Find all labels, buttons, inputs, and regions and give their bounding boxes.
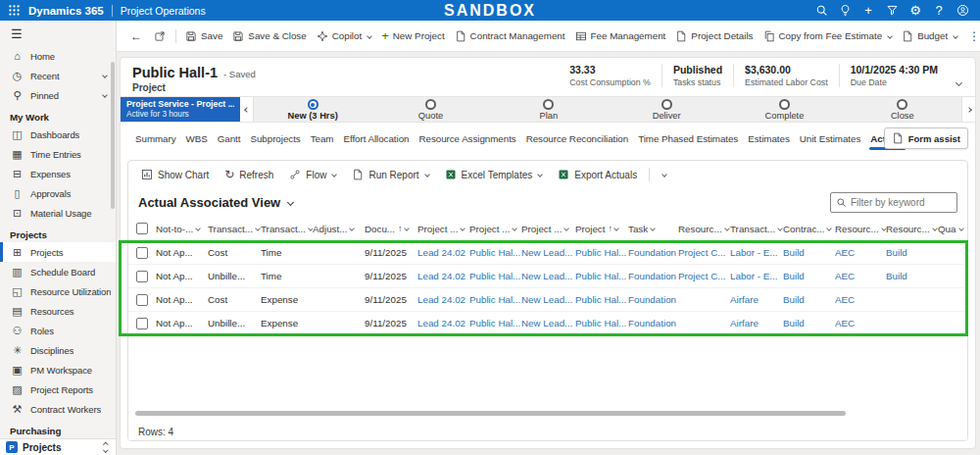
sidebar-item-pm-workspace[interactable]: ▣ PM Workspace (0, 360, 116, 379)
tab-estimates[interactable]: Estimates (743, 128, 795, 151)
table-row[interactable]: Not Ap...CostTime9/11/2025Lead 24.02Publ… (128, 241, 967, 265)
cell-link[interactable]: AEC (835, 294, 886, 305)
hamburger-button[interactable]: ☰ (0, 21, 116, 46)
column-resourc[interactable]: Resourc... ↑ (886, 224, 938, 234)
cell-link[interactable]: Public Hal... (575, 247, 628, 258)
show-chart-button[interactable]: Show Chart (133, 164, 217, 185)
sidebar-item-project-reports[interactable]: ▨ Project Reports (0, 379, 116, 399)
cell-link[interactable]: AEC (835, 271, 886, 281)
cell-link[interactable]: Public Hal... (575, 271, 628, 281)
column-docu[interactable]: Docu... ↑ (365, 224, 417, 234)
toolbar-overflow-button[interactable] (654, 164, 674, 185)
cell-link[interactable]: Labor - E... (730, 247, 783, 258)
tab-wbs[interactable]: WBS (181, 128, 213, 151)
tab-resource-reconciliation[interactable]: Resource Reconciliation (521, 128, 634, 151)
dynamics-brand[interactable]: Dynamics 365 (28, 5, 104, 17)
column-project[interactable]: Project ... ↑ (469, 224, 521, 234)
budget-button[interactable]: Budget (897, 25, 962, 48)
row-checkbox-cell[interactable] (128, 294, 156, 306)
sidebar-item-contract-workers[interactable]: ⚒ Contract Workers (0, 399, 116, 419)
cell-link[interactable]: Public Hal... (469, 294, 521, 305)
run-report-button[interactable]: Run Report (344, 164, 436, 185)
cell-link[interactable]: Public Hal... (575, 318, 628, 329)
tab-time-phased-estimates[interactable]: Time Phased Estimates (633, 128, 743, 151)
more-commands-button[interactable]: ⋮ (962, 25, 980, 47)
cell-link[interactable]: Public Hal... (469, 271, 521, 281)
form-assist-button[interactable]: Form assist (884, 127, 968, 149)
sidebar-item-time-entries[interactable]: ▦ Time Entries (0, 144, 116, 164)
lightbulb-icon[interactable] (833, 0, 857, 21)
flow-button[interactable]: Flow (281, 164, 344, 185)
bpf-stage-deliver[interactable]: Deliver (608, 97, 725, 122)
sidebar-item-schedule-board[interactable]: ▥ Schedule Board (0, 262, 116, 281)
sidebar-item-material-usage[interactable]: ⊡ Material Usage (0, 203, 116, 223)
cell-link[interactable]: New Lead... (521, 318, 575, 329)
column-task[interactable]: Task ↑ (628, 224, 678, 234)
cell-link[interactable]: Build (886, 271, 938, 281)
bpf-stage-new-3-hrs[interactable]: New (3 Hrs) (254, 97, 371, 122)
row-checkbox[interactable] (136, 318, 148, 329)
cell-link[interactable]: Labor - E... (730, 271, 783, 281)
refresh-button[interactable]: ↻ Refresh (217, 164, 281, 185)
cell-link[interactable]: New Lead... (521, 271, 575, 281)
sidebar-item-disciplines[interactable]: ✳ Disciplines (0, 340, 116, 360)
tab-unit-estimates[interactable]: Unit Estimates (795, 128, 865, 151)
cell-link[interactable]: Lead 24.02 (417, 294, 469, 305)
copilot-button[interactable]: Copilot (312, 25, 377, 48)
area-switcher[interactable]: P Projects (0, 438, 116, 455)
cell-link[interactable]: Lead 24.02 (417, 318, 469, 329)
save-button[interactable]: Save (180, 25, 227, 48)
search-icon[interactable] (809, 0, 833, 21)
cell-link[interactable]: Build (886, 247, 938, 258)
column-project[interactable]: Project ... ↑ (521, 224, 575, 234)
filter-icon[interactable] (880, 0, 904, 21)
column-project[interactable]: Project ... ↑ (417, 224, 469, 234)
row-checkbox[interactable] (136, 271, 148, 282)
sidebar-item-resource-utilization[interactable]: ◱ Resource Utilization (0, 281, 116, 301)
column-transact[interactable]: Transact... ↑ (208, 224, 261, 234)
app-launcher-button[interactable] (6, 4, 26, 17)
back-button[interactable]: ← (124, 25, 148, 47)
cell-link[interactable]: Public Hal... (469, 318, 521, 329)
quick-create-icon[interactable]: + (857, 0, 880, 21)
tab-resource-assignments[interactable]: Resource Assignments (414, 128, 520, 151)
sidebar-item-projects[interactable]: ⊞ Projects (0, 242, 116, 262)
export-actuals-button[interactable]: Export Actuals (550, 164, 645, 185)
tab-subprojects[interactable]: Subprojects (245, 128, 305, 151)
sidebar-item-home[interactable]: ⌂ Home (0, 46, 116, 66)
cell-link[interactable]: Build (783, 247, 835, 258)
row-checkbox-cell[interactable] (128, 271, 156, 282)
account-icon[interactable] (951, 0, 974, 21)
cell-link[interactable]: Foundation (628, 247, 678, 258)
cell-link[interactable]: New Lead... (521, 294, 575, 305)
table-row[interactable]: Not Ap...CostExpense9/11/2025Lead 24.02P… (128, 288, 967, 312)
column-adjust[interactable]: Adjust... ↑ (313, 224, 365, 234)
row-checkbox-cell[interactable] (128, 247, 156, 259)
cell-link[interactable]: AEC (835, 318, 886, 329)
tab-team[interactable]: Team (306, 128, 339, 151)
row-checkbox[interactable] (136, 294, 148, 306)
cell-link[interactable]: Airfare (730, 318, 783, 329)
cell-link[interactable]: Lead 24.02 (417, 271, 469, 281)
bpf-scroll-right-button[interactable] (961, 97, 975, 122)
sidebar-item-recent[interactable]: ◷ Recent (0, 66, 116, 85)
horizontal-scrollbar[interactable] (135, 411, 846, 417)
cell-link[interactable]: Project C... (678, 271, 730, 281)
cell-link[interactable]: Airfare (730, 294, 783, 305)
cell-link[interactable]: AEC (835, 247, 886, 258)
tab-effort-allocation[interactable]: Effort Allocation (338, 128, 414, 151)
sidebar-item-roles[interactable]: ⚇ Roles (0, 321, 116, 340)
column-resourc[interactable]: Resourc... ↑ (835, 224, 886, 234)
cell-link[interactable]: Project C... (678, 247, 730, 258)
column-project[interactable]: Project ↑ (575, 224, 628, 234)
tab-summary[interactable]: Summary (130, 128, 181, 151)
bpf-stage-close[interactable]: Close (844, 97, 961, 122)
cell-link[interactable]: Build (783, 271, 835, 281)
column-contrac[interactable]: Contrac... ↑ (783, 224, 835, 234)
table-row[interactable]: Not Ap...Unbille...Expense9/11/2025Lead … (128, 312, 967, 335)
bpf-stage-plan[interactable]: Plan (490, 97, 608, 122)
row-checkbox-cell[interactable] (128, 318, 156, 329)
cell-link[interactable]: New Lead... (521, 247, 575, 258)
column-transact[interactable]: Transact... ↑ (730, 224, 783, 234)
project-details-button[interactable]: Project Details (670, 25, 758, 48)
